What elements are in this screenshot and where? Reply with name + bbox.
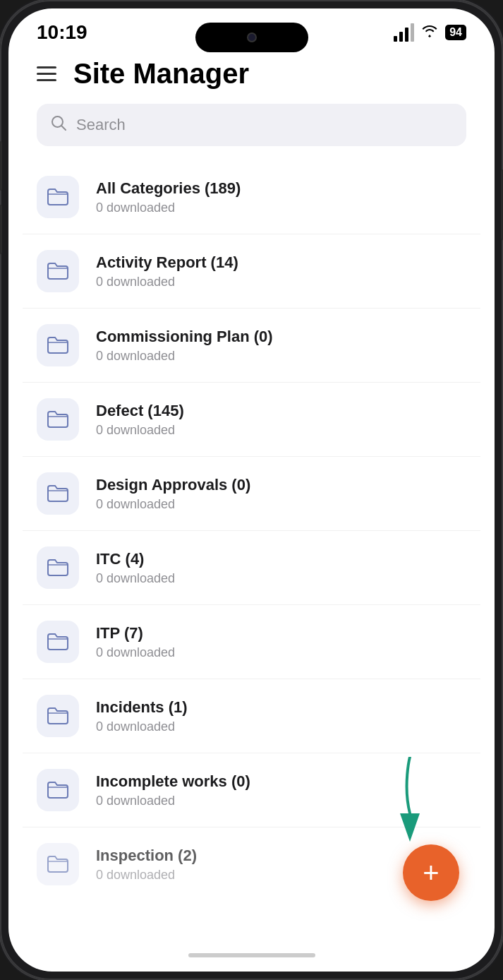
folder-icon: [37, 769, 79, 811]
wifi-icon: [421, 25, 438, 41]
add-icon: +: [423, 859, 439, 887]
dynamic-island: [195, 23, 308, 52]
folder-icon: [37, 843, 79, 885]
category-sub: 0 downloaded: [96, 201, 466, 215]
bar4: [411, 23, 414, 42]
folder-icon: [37, 176, 79, 218]
status-time: 10:19: [37, 21, 87, 44]
bar3: [405, 28, 408, 42]
list-item[interactable]: ITC (4) 0 downloaded: [23, 531, 480, 605]
folder-icon: [37, 472, 79, 515]
category-text: Incidents (1) 0 downloaded: [96, 698, 466, 734]
folder-icon: [37, 546, 79, 589]
home-indicator: [188, 953, 315, 957]
category-sub: 0 downloaded: [96, 497, 466, 512]
svg-line-1: [61, 126, 66, 130]
category-text: All Categories (189) 0 downloaded: [96, 179, 466, 215]
folder-icon: [37, 398, 79, 441]
page-title: Site Manager: [73, 58, 249, 90]
list-item[interactable]: Commissioning Plan (0) 0 downloaded: [23, 309, 480, 383]
category-sub: 0 downloaded: [96, 645, 466, 660]
menu-button[interactable]: [37, 66, 56, 81]
search-icon: [51, 115, 66, 135]
search-input[interactable]: Search: [76, 116, 452, 134]
menu-line-1: [37, 66, 56, 68]
category-name: All Categories (189): [96, 179, 466, 198]
category-sub: 0 downloaded: [96, 571, 466, 586]
category-name: Activity Report (14): [96, 253, 466, 272]
category-sub: 0 downloaded: [96, 349, 466, 364]
list-item[interactable]: Activity Report (14) 0 downloaded: [23, 234, 480, 309]
category-name: ITC (4): [96, 550, 466, 568]
folder-icon: [37, 324, 79, 366]
camera: [247, 32, 257, 42]
list-item[interactable]: All Categories (189) 0 downloaded: [23, 160, 480, 234]
category-name: Defect (145): [96, 402, 466, 420]
app-header: Site Manager: [8, 51, 495, 104]
category-text: Commissioning Plan (0) 0 downloaded: [96, 328, 466, 364]
category-sub: 0 downloaded: [96, 719, 466, 734]
search-bar[interactable]: Search: [37, 104, 466, 146]
list-item[interactable]: ITP (7) 0 downloaded: [23, 605, 480, 679]
category-text: ITP (7) 0 downloaded: [96, 624, 466, 660]
battery-icon: 94: [445, 25, 466, 40]
category-sub: 0 downloaded: [96, 423, 466, 438]
category-sub: 0 downloaded: [96, 275, 466, 289]
category-name: Commissioning Plan (0): [96, 328, 466, 346]
search-container: Search: [8, 104, 495, 160]
list-item[interactable]: Defect (145) 0 downloaded: [23, 383, 480, 457]
category-name: ITP (7): [96, 624, 466, 643]
category-text: Defect (145) 0 downloaded: [96, 402, 466, 438]
menu-line-2: [37, 73, 56, 75]
arrow-indicator: [389, 757, 431, 844]
fab-container: +: [403, 844, 459, 901]
category-name: Incidents (1): [96, 698, 466, 717]
folder-icon: [37, 250, 79, 292]
folder-icon: [37, 695, 79, 737]
battery-level: 94: [449, 26, 462, 39]
category-name: Design Approvals (0): [96, 476, 466, 494]
bar2: [399, 32, 403, 42]
folder-icon: [37, 621, 79, 663]
list-item[interactable]: Incidents (1) 0 downloaded: [23, 679, 480, 753]
add-button[interactable]: +: [403, 844, 459, 901]
signal-bars-icon: [394, 23, 414, 42]
status-icons: 94: [394, 23, 466, 42]
bar1: [394, 36, 397, 42]
category-text: Design Approvals (0) 0 downloaded: [96, 476, 466, 512]
category-text: Activity Report (14) 0 downloaded: [96, 253, 466, 289]
menu-line-3: [37, 79, 56, 81]
list-item[interactable]: Design Approvals (0) 0 downloaded: [23, 457, 480, 531]
category-text: ITC (4) 0 downloaded: [96, 550, 466, 586]
